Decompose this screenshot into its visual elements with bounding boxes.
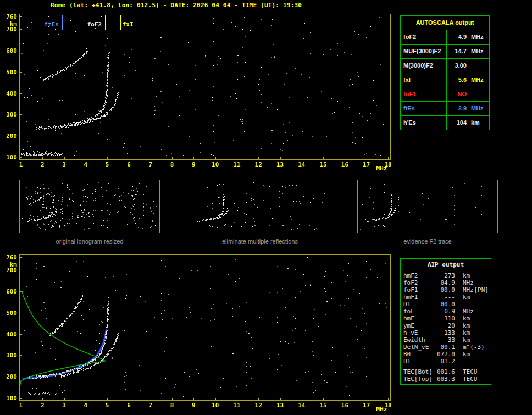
- y-axis-unit: km: [0, 261, 17, 268]
- aip-unit: MHz: [455, 308, 474, 315]
- aip-unit: MHz: [455, 279, 474, 286]
- autoscala-param: M(3000)F2: [401, 59, 447, 73]
- y-tick-700: 700: [0, 267, 17, 274]
- x-tick-16: 16: [340, 402, 350, 409]
- aip-value: 00.0: [435, 286, 455, 294]
- x-tick-2: 2: [37, 402, 47, 409]
- aip-value: 20: [435, 322, 455, 329]
- aip-row-hmF1: hmF1---km: [401, 294, 491, 301]
- autoscala-value: 104: [447, 116, 467, 130]
- aip-row-B1: B101.2: [401, 358, 491, 365]
- thumbnail-caption-eliminate: eliminate multiple reflections: [190, 238, 330, 245]
- thumbnail-original-ionogram: [19, 180, 160, 233]
- x-tick-18: 18: [383, 161, 393, 168]
- autoscala-param: foF1: [401, 87, 447, 101]
- aip-value: 01.2: [435, 358, 455, 365]
- autoscala-row-foF2: foF24.9MHz: [401, 30, 489, 44]
- autoscala-param: ftEs: [401, 102, 447, 115]
- aip-value: 003.3: [435, 375, 455, 383]
- scaled-ionogram-canvas: [20, 14, 390, 159]
- y-tick-200: 200: [0, 373, 17, 380]
- aip-param: hmE: [403, 315, 435, 322]
- x-tick-9: 9: [189, 161, 198, 168]
- aip-unit: km: [455, 294, 470, 301]
- autoscala-value: 2.9: [447, 102, 467, 115]
- aip-unit: [455, 301, 463, 308]
- x-tick-11: 11: [232, 402, 242, 409]
- y-tick-760: 760: [0, 13, 17, 20]
- aip-param: foF2: [403, 279, 435, 286]
- aip-row-foF1: foF100.0MHz[PN]: [401, 286, 491, 294]
- x-tick-15: 15: [318, 402, 328, 409]
- autoscala-output-table: AUTOSCALA output foF24.9MHzMUF(3000)F214…: [400, 15, 490, 130]
- x-tick-1: 1: [16, 161, 26, 168]
- aip-value: 133: [435, 329, 455, 336]
- aip-row-foE: foE0.9MHz: [401, 308, 491, 315]
- aip-table-title: AIP output: [401, 259, 491, 270]
- aip-row-ymE: ymE20km: [401, 322, 491, 329]
- x-tick-13: 13: [275, 161, 285, 168]
- x-tick-17: 17: [362, 402, 372, 409]
- aip-output-table: AIP output hmF2273kmfoF204.9MHzfoF100.0M…: [400, 258, 491, 385]
- scaled-ionogram-plot: [19, 14, 391, 160]
- profile-ionogram-canvas: [20, 255, 390, 400]
- aip-unit: km: [455, 329, 470, 336]
- x-tick-6: 6: [124, 161, 134, 168]
- header-title: Rome (lat: +41.8, lon: 012.5) - DATE: 20…: [51, 2, 302, 9]
- thumbnail-eliminate-reflections: [190, 180, 330, 233]
- autoscala-row-fxI: fxI5.6MHz: [401, 73, 489, 87]
- aip-param: TEC[Bot]: [403, 368, 435, 375]
- aip-unit: m^(-3): [455, 344, 485, 351]
- aip-param: hmF1: [403, 294, 435, 301]
- x-tick-18: 18: [383, 402, 393, 409]
- x-tick-7: 7: [146, 402, 156, 409]
- aip-param: DelN_vE: [403, 344, 435, 351]
- y-tick-400: 400: [0, 90, 17, 97]
- aip-value: 0.9: [435, 308, 455, 315]
- x-tick-17: 17: [362, 161, 372, 168]
- aip-param: B0: [403, 351, 435, 358]
- aip-param: foE: [403, 308, 435, 315]
- aip-row-hmE: hmE110km: [401, 315, 491, 322]
- aip-param: ymE: [403, 322, 435, 329]
- y-tick-500: 500: [0, 309, 17, 317]
- y-tick-700: 700: [0, 26, 17, 33]
- y-tick-600: 600: [0, 47, 17, 54]
- autoscala-param: foF2: [401, 30, 447, 44]
- autoscala-value: NO: [447, 87, 467, 101]
- x-tick-10: 10: [210, 402, 220, 409]
- autoscala-unit: MHz: [467, 30, 484, 44]
- aip-param: D1: [403, 301, 435, 308]
- x-tick-16: 16: [340, 161, 350, 168]
- aip-row-h_vE: h_vE133km: [401, 329, 491, 336]
- aip-value: 273: [435, 272, 455, 279]
- aip-param: TEC[Top]: [403, 375, 435, 383]
- y-tick-300: 300: [0, 352, 17, 359]
- x-tick-14: 14: [297, 402, 307, 409]
- x-tick-8: 8: [167, 161, 177, 168]
- aip-unit: km: [455, 322, 470, 329]
- autoscala-value: 14.7: [447, 45, 467, 58]
- y-tick-100: 100: [0, 395, 17, 402]
- x-tick-5: 5: [102, 402, 112, 409]
- aip-value: 04.9: [435, 279, 455, 286]
- aip-param: h_vE: [403, 329, 435, 336]
- aip-unit: km: [455, 351, 470, 358]
- aip-unit: TECU: [455, 368, 478, 375]
- x-tick-11: 11: [232, 161, 242, 168]
- aip-unit: km: [455, 272, 470, 279]
- aip-value: 001.6: [435, 368, 455, 375]
- aip-param: B1: [403, 358, 435, 365]
- x-tick-12: 12: [253, 161, 263, 168]
- aip-row-DelN_vE: DelN_vE00.1m^(-3): [401, 344, 491, 351]
- autoscala-value: 4.9: [447, 30, 467, 44]
- aip-value: ---: [435, 294, 455, 301]
- aip-unit: km: [455, 336, 470, 344]
- autoscala-row-MUF(3000)F2: MUF(3000)F214.7MHz: [401, 44, 489, 58]
- autoscala-param: h'Es: [401, 116, 447, 130]
- aip-tec-rows: TEC[Bot]001.6TECUTEC[Top]003.3TECU: [401, 367, 491, 383]
- autoscala-unit: [467, 87, 471, 101]
- x-tick-4: 4: [81, 161, 91, 168]
- autoscala-unit: km: [467, 116, 480, 130]
- autoscala-row-M(3000)F2: M(3000)F23.00: [401, 58, 489, 73]
